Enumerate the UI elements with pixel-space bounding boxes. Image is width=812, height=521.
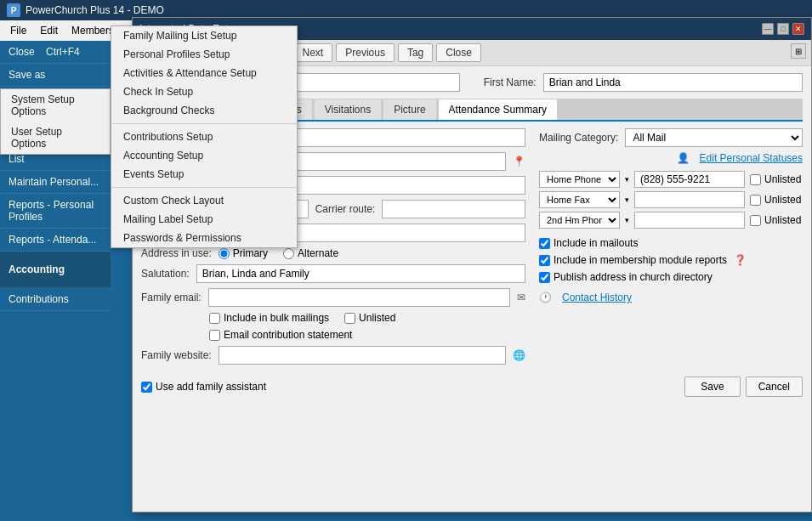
modal-window-controls: — □ ✕	[762, 23, 804, 35]
modal-close-button[interactable]: ✕	[792, 23, 804, 35]
app-icon: P	[7, 3, 20, 17]
app-title: PowerChurch Plus 14 - DEMO	[26, 4, 164, 16]
menu-file[interactable]: File	[3, 22, 33, 39]
sidebar: Close Ctrl+F4 Save as Preferences ▶ Exit…	[0, 41, 111, 42]
sidebar-item-close[interactable]: Close Ctrl+F4	[0, 41, 111, 42]
submenu-family-mailing[interactable]: Family Mailing List Setup	[111, 26, 297, 42]
preferences-submenu: Family Mailing List Setup Personal Profi…	[111, 25, 298, 42]
modal-maximize-button[interactable]: □	[777, 23, 789, 35]
menu-edit[interactable]: Edit	[33, 22, 65, 39]
modal-minimize-button[interactable]: —	[762, 23, 774, 35]
